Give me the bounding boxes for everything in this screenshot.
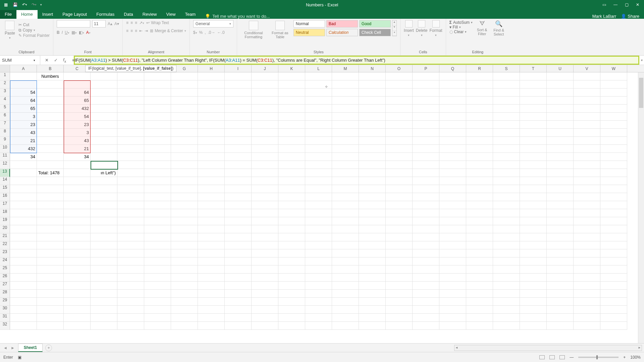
cell[interactable] [520, 153, 547, 161]
cell[interactable] [386, 274, 413, 282]
increase-indent-icon[interactable]: ⇥ [145, 28, 148, 33]
cell[interactable] [37, 233, 64, 241]
cell[interactable] [493, 201, 520, 209]
select-all-corner[interactable] [0, 65, 10, 72]
cell[interactable] [493, 80, 520, 88]
cell[interactable] [305, 274, 332, 282]
cell[interactable] [171, 129, 198, 137]
cell[interactable] [171, 97, 198, 105]
row-header[interactable]: 3 [0, 88, 10, 97]
cell[interactable] [225, 249, 252, 257]
cell[interactable] [520, 249, 547, 257]
cell[interactable] [547, 161, 574, 169]
cell[interactable] [252, 121, 278, 129]
save-icon[interactable]: 💾 [12, 2, 18, 8]
col-header-M[interactable]: M [332, 65, 359, 72]
sort-filter-button[interactable]: ᗊSort & Filter [475, 20, 489, 36]
cell[interactable] [91, 113, 117, 121]
tab-team[interactable]: Team [180, 10, 200, 19]
cell[interactable] [37, 137, 64, 145]
cell[interactable] [493, 306, 520, 314]
cell[interactable] [413, 97, 439, 105]
cell[interactable] [332, 177, 359, 185]
cell[interactable] [144, 137, 171, 145]
cell[interactable] [278, 193, 305, 201]
cell[interactable] [520, 161, 547, 169]
row-header[interactable]: 1 [0, 72, 10, 80]
cell[interactable] [64, 177, 91, 185]
format-as-table-button[interactable]: Format as Table [269, 20, 291, 40]
cell[interactable] [493, 290, 520, 298]
cell[interactable] [117, 193, 144, 201]
cell[interactable] [520, 209, 547, 217]
cell[interactable] [386, 314, 413, 322]
cell[interactable] [91, 80, 117, 88]
cell[interactable] [64, 201, 91, 209]
cell[interactable] [520, 314, 547, 322]
redo-icon[interactable]: ↷▾ [31, 2, 37, 8]
cell[interactable] [520, 72, 547, 80]
col-header-Q[interactable]: Q [439, 65, 466, 72]
cell[interactable] [439, 306, 466, 314]
cell[interactable] [171, 153, 198, 161]
cell[interactable] [413, 145, 439, 153]
cell[interactable]: 3 [64, 129, 91, 137]
cell[interactable]: 43 [10, 129, 37, 137]
cell[interactable] [91, 322, 117, 330]
cell[interactable] [37, 257, 64, 265]
align-middle-icon[interactable]: ≡ [130, 20, 133, 25]
cell[interactable] [493, 233, 520, 241]
row-header[interactable]: 5 [0, 105, 10, 113]
cell[interactable] [198, 105, 225, 113]
cell[interactable] [359, 249, 386, 257]
cell[interactable]: 65 [10, 105, 37, 113]
row-header[interactable]: 8 [0, 129, 10, 137]
cell[interactable] [305, 88, 332, 97]
cell[interactable] [547, 153, 574, 161]
cell[interactable] [117, 201, 144, 209]
style-gallery-scroll[interactable]: ▲▼▾ [392, 20, 397, 36]
cell[interactable] [520, 257, 547, 265]
cell[interactable] [359, 153, 386, 161]
cell[interactable] [305, 129, 332, 137]
cell[interactable] [144, 282, 171, 290]
cell[interactable] [332, 193, 359, 201]
cell[interactable] [439, 298, 466, 306]
cell[interactable] [64, 314, 91, 322]
cell[interactable] [278, 72, 305, 80]
vertical-scrollbar[interactable] [638, 72, 644, 343]
tab-review[interactable]: Review [138, 10, 162, 19]
cell[interactable] [225, 153, 252, 161]
cell[interactable] [252, 290, 278, 298]
cell[interactable] [332, 113, 359, 121]
cell[interactable] [305, 153, 332, 161]
cell[interactable] [547, 298, 574, 306]
cell[interactable] [386, 306, 413, 314]
cell[interactable] [225, 322, 252, 330]
cell[interactable] [600, 257, 627, 265]
cell[interactable] [466, 265, 493, 274]
cell[interactable] [278, 185, 305, 193]
tab-file[interactable]: File [0, 10, 16, 19]
cell[interactable] [144, 225, 171, 233]
cell[interactable] [91, 241, 117, 249]
cell[interactable] [198, 306, 225, 314]
col-header-N[interactable]: N [359, 65, 386, 72]
cell[interactable] [574, 153, 600, 161]
cell[interactable] [359, 306, 386, 314]
tab-home[interactable]: Home [16, 10, 38, 19]
cell[interactable] [359, 298, 386, 306]
cell[interactable] [305, 233, 332, 241]
cell[interactable] [117, 298, 144, 306]
cell[interactable] [117, 113, 144, 121]
style-check-cell[interactable]: Check Cell [359, 29, 391, 36]
cell[interactable] [439, 201, 466, 209]
zoom-in-button[interactable]: + [623, 355, 626, 360]
cell[interactable] [520, 177, 547, 185]
row-header[interactable]: 6 [0, 113, 10, 121]
cell[interactable] [305, 145, 332, 153]
cell[interactable] [332, 306, 359, 314]
cell[interactable] [305, 97, 332, 105]
cell[interactable] [278, 201, 305, 209]
cell[interactable]: Total: 1478 [37, 169, 64, 177]
